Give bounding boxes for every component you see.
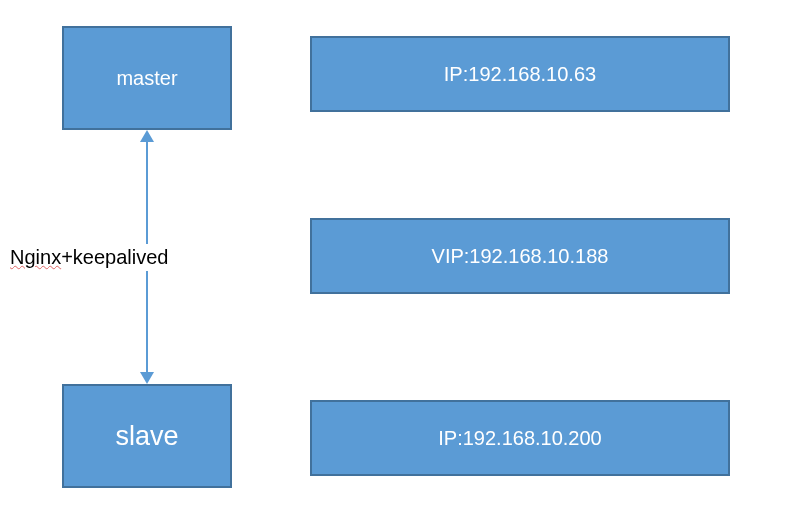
node-ip-master-label: IP:192.168.10.63 bbox=[444, 63, 596, 86]
node-slave-label: slave bbox=[115, 421, 178, 452]
node-slave: slave bbox=[62, 384, 232, 488]
node-vip-label: VIP:192.168.10.188 bbox=[432, 245, 609, 268]
arrowhead-down-icon bbox=[140, 372, 154, 384]
node-master-label: master bbox=[116, 67, 177, 90]
node-ip-master: IP:192.168.10.63 bbox=[310, 36, 730, 112]
node-vip: VIP:192.168.10.188 bbox=[310, 218, 730, 294]
edge-label-nginx: Nginx bbox=[10, 246, 61, 268]
node-master: master bbox=[62, 26, 232, 130]
edge-label: Nginx+keepalived bbox=[10, 244, 230, 271]
node-ip-slave: IP:192.168.10.200 bbox=[310, 400, 730, 476]
node-ip-slave-label: IP:192.168.10.200 bbox=[438, 427, 601, 450]
edge-label-rest: +keepalived bbox=[61, 246, 168, 268]
